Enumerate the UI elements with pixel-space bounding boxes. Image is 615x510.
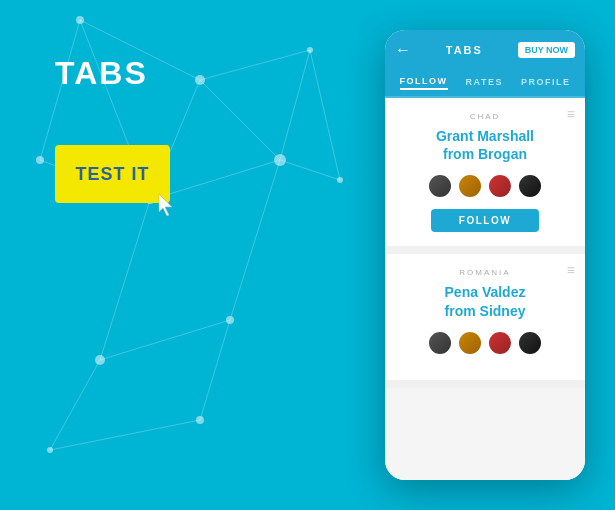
tab-profile[interactable]: PROFILE xyxy=(521,77,571,89)
back-arrow-icon[interactable]: ← xyxy=(395,41,411,59)
menu-icon-2[interactable]: ≡ xyxy=(567,262,575,278)
svg-marker-29 xyxy=(159,194,172,216)
card-avatars-chad xyxy=(427,173,543,199)
phone-top-bar: ← TABS BUY NOW xyxy=(385,30,585,70)
card-chad: ≡ CHAD Grant Marshall from Brogan FOLLOW xyxy=(385,98,585,254)
card-name-pena: Pena Valdez from Sidney xyxy=(445,283,526,319)
tab-follow[interactable]: FOLLOW xyxy=(400,76,448,90)
tab-rates[interactable]: RATES xyxy=(466,77,503,89)
cursor-icon xyxy=(155,192,179,216)
page-title: TABS xyxy=(55,55,148,92)
avatar-5 xyxy=(427,330,453,356)
card-romania: ≡ ROMANIA Pena Valdez from Sidney xyxy=(385,254,585,387)
avatar-4 xyxy=(517,173,543,199)
menu-icon[interactable]: ≡ xyxy=(567,106,575,122)
follow-button-chad[interactable]: FOLLOW xyxy=(431,209,539,232)
card-region-chad: CHAD xyxy=(470,112,501,121)
avatar-1 xyxy=(427,173,453,199)
card-name-grant: Grant Marshall from Brogan xyxy=(436,127,534,163)
phone-title: TABS xyxy=(446,44,483,56)
buy-now-button[interactable]: BUY NOW xyxy=(518,42,575,58)
phone-body: ≡ CHAD Grant Marshall from Brogan FOLLOW… xyxy=(385,98,585,480)
phone-tab-bar: FOLLOW RATES PROFILE xyxy=(385,70,585,98)
avatar-8 xyxy=(517,330,543,356)
avatar-2 xyxy=(457,173,483,199)
avatar-3 xyxy=(487,173,513,199)
avatar-7 xyxy=(487,330,513,356)
card-region-romania: ROMANIA xyxy=(459,268,510,277)
avatar-6 xyxy=(457,330,483,356)
card-avatars-romania xyxy=(427,330,543,356)
test-it-button[interactable]: TEST IT xyxy=(55,145,170,203)
phone-mockup: ← TABS BUY NOW FOLLOW RATES PROFILE ≡ CH… xyxy=(385,30,585,480)
